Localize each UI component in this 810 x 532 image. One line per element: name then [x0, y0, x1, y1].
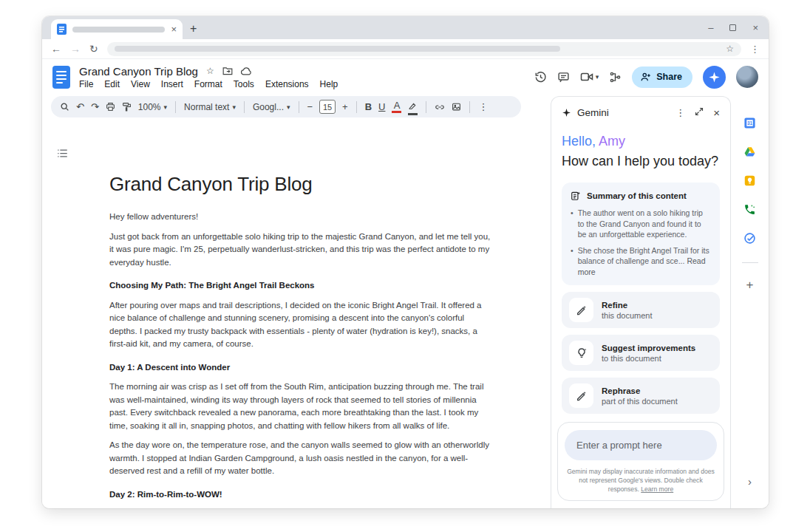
- get-addons-button[interactable]: +: [746, 278, 754, 293]
- doc-section-heading: Choosing My Path: The Bright Angel Trail…: [109, 279, 494, 293]
- summary-card-title: Summary of this content: [587, 191, 687, 200]
- suggestion-title: Refine: [602, 301, 652, 310]
- gemini-disclaimer: Gemini may display inaccurate informatio…: [565, 467, 717, 494]
- document-canvas[interactable]: Grand Canyon Trip Blog Hey fellow advent…: [42, 120, 551, 508]
- star-document-icon[interactable]: ☆: [206, 66, 214, 76]
- font-caret-icon: ▾: [287, 103, 290, 111]
- move-folder-icon[interactable]: [222, 66, 233, 75]
- paragraph-style-select[interactable]: Normal text▾: [184, 102, 236, 112]
- comments-icon[interactable]: [557, 71, 570, 83]
- forward-button[interactable]: →: [70, 44, 81, 54]
- docs-favicon-icon: [57, 24, 67, 35]
- paint-format-icon[interactable]: [122, 102, 132, 112]
- meet-dropdown-icon: ▾: [596, 73, 599, 81]
- doc-section-heading: Day 1: A Descent into Wonder: [109, 361, 494, 375]
- gemini-panel-title: Gemini: [577, 107, 609, 118]
- new-tab-button[interactable]: +: [190, 22, 197, 35]
- insert-link-icon[interactable]: [435, 102, 445, 112]
- decrease-font-size-button[interactable]: −: [307, 101, 313, 112]
- zoom-select[interactable]: 100%▾: [138, 102, 167, 112]
- side-panel-rail: 31 + ›: [731, 96, 769, 508]
- menu-bar: File Edit View Insert Format Tools Exten…: [79, 79, 338, 89]
- browser-menu-icon[interactable]: ⋮: [750, 44, 760, 55]
- connected-apps-icon[interactable]: [609, 71, 622, 83]
- insert-image-icon[interactable]: [452, 102, 461, 112]
- undo-icon[interactable]: ↶: [76, 101, 84, 112]
- suggestion-title: Rephrase: [602, 386, 678, 395]
- menu-help[interactable]: Help: [320, 79, 338, 89]
- gemini-close-icon[interactable]: ×: [713, 106, 720, 119]
- account-avatar[interactable]: [736, 66, 758, 88]
- hide-side-panel-icon[interactable]: ›: [748, 475, 752, 488]
- docs-logo-icon[interactable]: [52, 66, 70, 89]
- summary-card[interactable]: Summary of this content •The author went…: [562, 183, 720, 285]
- menu-view[interactable]: View: [131, 79, 150, 89]
- gemini-prompt-input[interactable]: [565, 430, 717, 460]
- doc-paragraph: Just got back from an unforgettable solo…: [109, 231, 494, 270]
- gemini-button[interactable]: [703, 66, 726, 89]
- summary-bullet: •The author went on a solo hiking trip t…: [571, 208, 711, 240]
- pen-spark-icon: [569, 298, 593, 322]
- drive-icon[interactable]: [743, 146, 756, 158]
- suggestion-subtitle: part of this document: [602, 397, 678, 406]
- redo-icon[interactable]: ↷: [91, 101, 99, 112]
- suggestion-improvements[interactable]: Suggest improvementsto this document: [562, 335, 720, 371]
- svg-text:31: 31: [747, 120, 753, 126]
- browser-window: × + – × ← → ↻ ☆ ⋮ Grand Canyon Trip Blog…: [42, 16, 769, 508]
- text-color-button[interactable]: A: [392, 100, 401, 113]
- print-icon[interactable]: [106, 102, 115, 112]
- bold-button[interactable]: B: [365, 101, 372, 112]
- menu-edit[interactable]: Edit: [104, 79, 120, 89]
- gemini-greeting-question: How can I help you today?: [562, 154, 720, 169]
- font-select[interactable]: Googl...▾: [253, 102, 290, 112]
- tab-strip: × + – ×: [42, 16, 769, 39]
- back-button[interactable]: ←: [51, 44, 61, 54]
- doc-paragraph: The next morning, I rose with the sun, e…: [109, 508, 494, 508]
- toolbar-more-icon[interactable]: ⋮: [478, 101, 488, 112]
- suggestion-rephrase[interactable]: Rephrasepart of this document: [562, 378, 720, 414]
- bookmark-star-icon[interactable]: ☆: [726, 44, 734, 54]
- doc-paragraph: The morning air was crisp as I set off f…: [109, 381, 494, 432]
- search-menus-icon[interactable]: [60, 102, 69, 112]
- highlight-color-button[interactable]: [408, 99, 418, 115]
- meet-call-control[interactable]: ▾: [580, 71, 599, 83]
- gemini-expand-icon[interactable]: [695, 106, 704, 119]
- docs-toolbar: ↶ ↷ 100%▾ Normal text▾ Googl...▾ − 15 + …: [51, 96, 521, 117]
- window-close-button[interactable]: ×: [752, 22, 758, 33]
- tasks-icon[interactable]: [743, 232, 756, 245]
- reload-button[interactable]: ↻: [89, 44, 98, 54]
- suggestion-refine[interactable]: Refinethis document: [562, 292, 720, 328]
- share-button[interactable]: Share: [632, 66, 692, 88]
- menu-file[interactable]: File: [79, 79, 93, 89]
- share-button-label: Share: [656, 72, 682, 82]
- menu-extensions[interactable]: Extensions: [265, 79, 309, 89]
- voice-icon[interactable]: [743, 203, 756, 216]
- browser-tab[interactable]: ×: [51, 19, 183, 39]
- calendar-icon[interactable]: 31: [743, 117, 756, 129]
- doc-heading-title: Grand Canyon Trip Blog: [109, 173, 494, 196]
- rail-divider: [742, 262, 758, 263]
- maximize-button[interactable]: [729, 24, 736, 31]
- suggestion-title: Suggest improvements: [602, 344, 695, 352]
- menu-tools[interactable]: Tools: [234, 79, 254, 89]
- document-title[interactable]: Grand Canyon Trip Blog: [79, 65, 198, 78]
- menu-format[interactable]: Format: [194, 79, 222, 89]
- gemini-menu-icon[interactable]: ⋮: [675, 107, 685, 118]
- style-caret-icon: ▾: [232, 103, 236, 111]
- tab-close-icon[interactable]: ×: [171, 24, 177, 34]
- keep-icon[interactable]: [743, 174, 756, 187]
- version-history-icon[interactable]: [534, 71, 547, 83]
- doc-paragraph: As the day wore on, the temperature rose…: [109, 439, 494, 478]
- gemini-panel: Gemini ⋮ × Hello, Amy How can I help you…: [551, 96, 731, 508]
- document-outline-icon[interactable]: [57, 148, 68, 161]
- underline-button[interactable]: U: [378, 101, 385, 112]
- menu-insert[interactable]: Insert: [161, 79, 183, 89]
- suggestion-subtitle: to this document: [602, 354, 695, 363]
- cloud-saved-icon[interactable]: [241, 67, 252, 75]
- minimize-button[interactable]: –: [708, 22, 713, 33]
- lightbulb-spark-icon: [569, 341, 593, 365]
- address-bar[interactable]: ☆: [107, 42, 741, 56]
- font-size-input[interactable]: 15: [319, 100, 336, 114]
- learn-more-link[interactable]: Learn more: [641, 485, 673, 493]
- increase-font-size-button[interactable]: +: [342, 101, 348, 112]
